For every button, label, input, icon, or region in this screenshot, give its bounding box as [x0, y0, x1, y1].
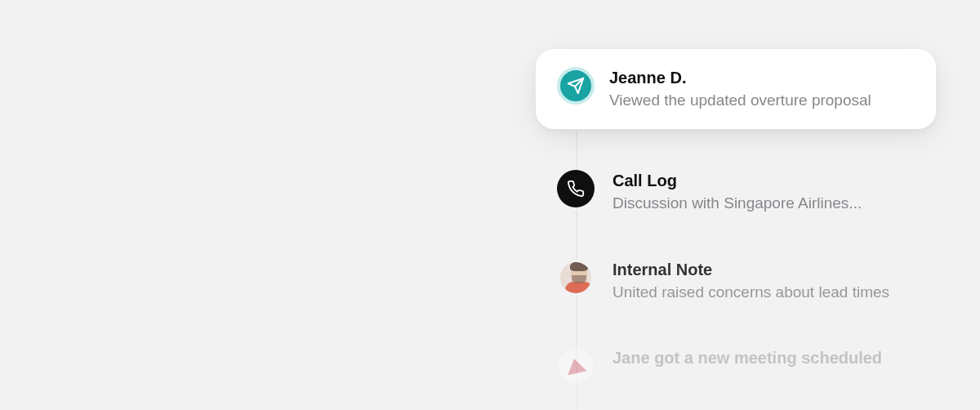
timeline-item-subtitle: Discussion with Singapore Airlines...	[612, 193, 947, 214]
activity-timeline: Jeanne D. Viewed the updated overture pr…	[539, 49, 947, 393]
timeline-item-subtitle: Viewed the updated overture proposal	[609, 90, 915, 111]
timeline-item-title: Internal Note	[612, 259, 947, 280]
timeline-item[interactable]: Internal Note United raised concerns abo…	[557, 251, 947, 311]
send-icon	[557, 67, 595, 105]
timeline-item[interactable]: Jane got a new meeting scheduled	[557, 339, 947, 393]
timeline-item-title: Jane got a new meeting scheduled	[612, 347, 947, 368]
avatar	[557, 259, 595, 296]
timeline-item[interactable]: Jeanne D. Viewed the updated overture pr…	[536, 49, 936, 129]
phone-icon	[557, 170, 595, 207]
timeline-item-title: Jeanne D.	[609, 67, 915, 88]
airline-logo-icon	[557, 347, 595, 385]
timeline-item-title: Call Log	[612, 170, 947, 191]
timeline-item-subtitle: United raised concerns about lead times	[612, 282, 947, 303]
timeline-item[interactable]: Call Log Discussion with Singapore Airli…	[557, 162, 947, 222]
